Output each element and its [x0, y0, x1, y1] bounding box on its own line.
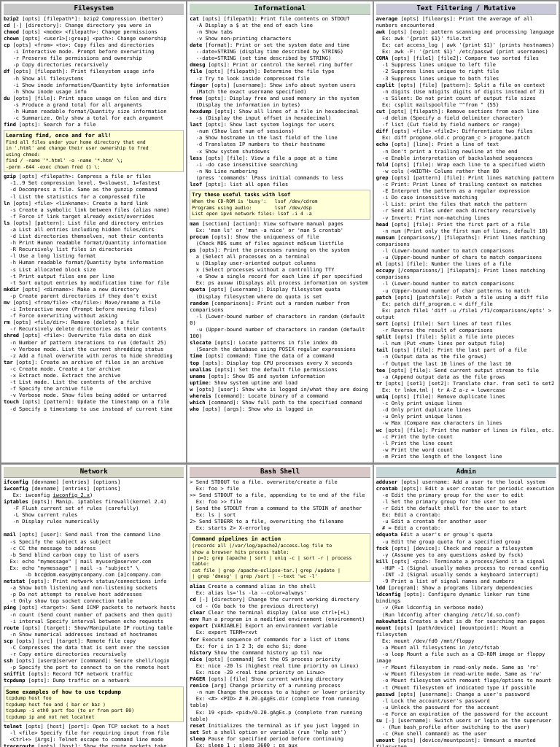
bash-title: Bash Shell	[190, 467, 370, 478]
pipeline-section: Command pipelines in action (records all…	[190, 533, 370, 581]
informational-title: Informational	[190, 4, 370, 15]
informational-panel: Informational cat [opts] [filepath]: Pri…	[187, 1, 373, 463]
bash-panel: Bash Shell > Send STDOUT to a file. over…	[187, 464, 373, 747]
lsof-section: Try these useful tasks with lsof When th…	[190, 190, 370, 219]
filesystem-content: bzip2 [opts] [filepath*]: bzip2 Compress…	[4, 16, 184, 129]
network-panel: Network ifconfig [devname] [entries] [op…	[1, 464, 187, 747]
pipeline-title: Command pipelines in action	[192, 535, 368, 543]
filesystem-panel: Filesystem bzip2 [opts] [filepath*]: bzi…	[1, 1, 187, 463]
tcpdump-examples: Some examples of how to use tcpdump tcpd…	[4, 686, 184, 723]
admin-title: Admin	[376, 467, 556, 478]
lsof-title: Try these useful tasks with lsof	[192, 192, 368, 198]
tcpdump-title: Some examples of how to use tcpdump	[6, 689, 182, 696]
admin-panel: Admin adduser [opts] username: Add a use…	[373, 464, 559, 747]
text-filter-panel: Text Filtering / Mutative average [opts]…	[373, 1, 559, 463]
learning-title: Learning find, once and for all!	[6, 132, 182, 139]
filesystem-title: Filesystem	[4, 4, 184, 15]
page-wrapper: Filesystem bzip2 [opts] [filepath*]: bzi…	[0, 0, 560, 747]
network-title: Network	[4, 467, 184, 478]
learning-section: Learning find, once and for all! Find al…	[4, 130, 184, 172]
text-filter-title: Text Filtering / Mutative	[376, 4, 556, 15]
